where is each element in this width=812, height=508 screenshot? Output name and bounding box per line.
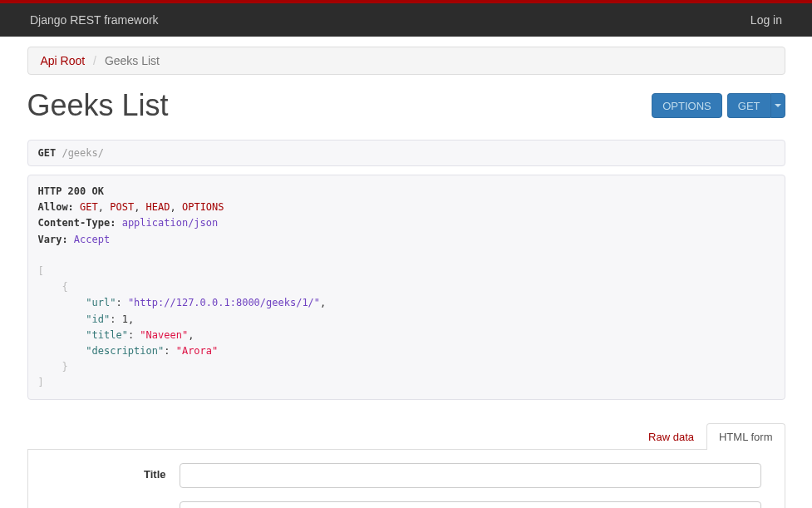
allow-head: HEAD bbox=[146, 201, 170, 213]
response-block: HTTP 200 OK Allow: GET, POST, HEAD, OPTI… bbox=[27, 175, 785, 400]
ct-label: Content-Type: bbox=[38, 217, 116, 229]
get-button[interactable]: GET bbox=[727, 93, 770, 118]
allow-options: OPTIONS bbox=[182, 201, 224, 213]
breadcrumb: Api Root / Geeks List bbox=[27, 47, 785, 75]
item-id: 1 bbox=[122, 313, 128, 325]
item-desc: "Arora" bbox=[176, 345, 219, 357]
form-tabs: Raw data HTML form bbox=[27, 423, 785, 450]
status-line: HTTP 200 OK bbox=[38, 185, 104, 197]
vary-label: Vary: bbox=[38, 234, 68, 245]
description-input[interactable] bbox=[180, 501, 761, 508]
bc-sep: / bbox=[93, 54, 96, 67]
item-title: "Naveen" bbox=[140, 329, 188, 341]
title-label: Title bbox=[42, 463, 180, 481]
request-line: GET /geeks/ bbox=[27, 140, 785, 166]
bc-current: Geeks List bbox=[105, 54, 160, 67]
allow-label: Allow: bbox=[38, 201, 74, 213]
title-input[interactable] bbox=[180, 463, 761, 488]
tab-raw-data[interactable]: Raw data bbox=[636, 423, 706, 450]
options-button[interactable]: OPTIONS bbox=[652, 93, 722, 118]
html-form: Title Description POST bbox=[27, 450, 785, 508]
req-method: GET bbox=[38, 147, 57, 159]
description-label: Description bbox=[42, 501, 180, 508]
vary-value: Accept bbox=[74, 234, 110, 245]
item-url[interactable]: "http://127.0.0.1:8000/geeks/1/" bbox=[128, 297, 320, 308]
req-path: /geeks/ bbox=[62, 147, 104, 159]
get-dropdown-toggle[interactable] bbox=[770, 93, 785, 118]
allow-get: GET bbox=[80, 201, 98, 213]
allow-post: POST bbox=[110, 201, 134, 213]
ct-value: application/json bbox=[122, 217, 219, 229]
page-title: Geeks List bbox=[27, 88, 169, 123]
brand-link[interactable]: Django REST framework bbox=[30, 13, 159, 27]
tab-html-form[interactable]: HTML form bbox=[706, 423, 785, 450]
bc-root[interactable]: Api Root bbox=[41, 54, 86, 67]
login-link[interactable]: Log in bbox=[750, 13, 782, 27]
